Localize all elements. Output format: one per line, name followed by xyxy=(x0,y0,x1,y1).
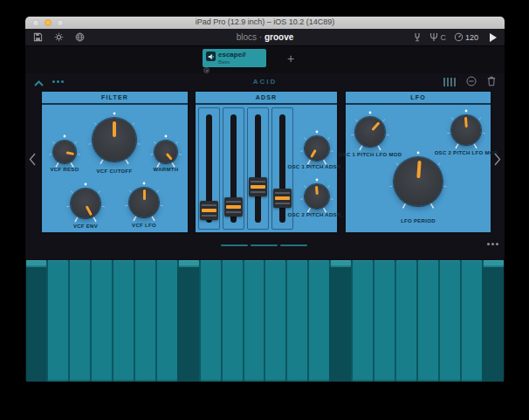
chevron-up-icon[interactable] xyxy=(34,74,44,90)
module-lfo: LFOOSC 1 PITCH LFO MODOSC 2 PITCH LFO MO… xyxy=(344,90,492,234)
knob-rotation xyxy=(450,114,482,146)
knob-osc-2-pitch-lfo-mod[interactable] xyxy=(451,115,481,145)
keyboard-key-3[interactable] xyxy=(68,260,90,382)
knob-pointer xyxy=(166,153,173,161)
knob-osc-1-pitch-lfo-mod[interactable] xyxy=(355,117,385,147)
app-name: blocs xyxy=(237,32,257,42)
app-toolbar: blocs · groove C 120 xyxy=(25,29,505,46)
page-dash-2[interactable] xyxy=(251,244,278,246)
page-dash-1[interactable] xyxy=(221,244,248,246)
module-title-filter: FILTER xyxy=(42,92,188,105)
desktop-background: iPad Pro (12.9 inch) – iOS 10.2 (14C89) … xyxy=(0,0,529,420)
keyboard-key-13[interactable] xyxy=(285,260,307,382)
knob-pointer xyxy=(113,121,116,137)
module-title-adsr: ADSR xyxy=(196,92,337,105)
knob-pointer xyxy=(143,189,146,200)
keyboard-key-7[interactable] xyxy=(155,260,177,382)
keyboard-key-18[interactable] xyxy=(395,260,416,382)
window-titlebar[interactable]: iPad Pro (12.9 inch) – iOS 10.2 (14C89) xyxy=(25,17,505,30)
module-filter: FILTERVCF RESOVCF CUTOFFWARMTHVCF ENVVCF… xyxy=(40,90,189,234)
keyboard-key-9[interactable] xyxy=(199,260,221,382)
globe-icon[interactable] xyxy=(75,32,85,42)
slider-handle[interactable] xyxy=(249,177,267,196)
keyboard-key-8[interactable] xyxy=(177,260,199,267)
track-row: escape// Bass + xyxy=(25,46,505,73)
midi-icon[interactable]: C xyxy=(429,32,446,42)
keyboard-key-5[interactable] xyxy=(112,260,134,382)
ellipsis-icon[interactable] xyxy=(52,80,64,83)
adsr-slider-attack[interactable] xyxy=(198,107,220,230)
keyboard-key-2[interactable] xyxy=(46,260,68,382)
panel-header: ACID xyxy=(25,73,505,90)
knob-pointer xyxy=(311,149,318,158)
clip-escape[interactable]: escape// Bass xyxy=(203,49,266,67)
key-label: C xyxy=(440,33,446,42)
toolbar-right-group: C 120 xyxy=(413,32,497,42)
patch-name: ACID xyxy=(25,78,505,86)
more-options-icon[interactable] xyxy=(487,243,498,245)
slider-handle[interactable] xyxy=(200,201,218,220)
panel-footer xyxy=(25,234,505,260)
knob-osc-2-pitch-adsr[interactable] xyxy=(305,184,329,209)
keyboard-key-12[interactable] xyxy=(264,260,285,382)
minus-circle-icon[interactable] xyxy=(466,74,477,90)
slider-handle[interactable] xyxy=(224,197,243,217)
keyboard-key-4[interactable] xyxy=(90,260,112,382)
keyboard-key-20[interactable] xyxy=(438,260,460,382)
modules-row: FILTERVCF RESOVCF CUTOFFWARMTHVCF ENVVCF… xyxy=(25,90,505,234)
adsr-slider-decay[interactable] xyxy=(223,107,244,230)
tempo-dial-icon[interactable]: 120 xyxy=(454,32,478,42)
knob-pointer xyxy=(371,121,380,131)
settings-icon[interactable] xyxy=(54,32,64,42)
project-name: groove xyxy=(264,32,293,42)
tempo-value: 120 xyxy=(465,33,478,42)
knob-lfo-period[interactable] xyxy=(394,157,443,206)
clip-text: escape// Bass xyxy=(218,52,246,65)
module-title-lfo: LFO xyxy=(346,92,491,105)
play-icon[interactable] xyxy=(490,33,497,42)
module-adsr: ADSROSC 1 PITCH ADSR...OSC 2 PITCH ADSR.… xyxy=(194,90,339,234)
keyboard-key-6[interactable] xyxy=(134,260,155,382)
page-dash-3[interactable] xyxy=(280,244,307,246)
keys-icon[interactable] xyxy=(443,78,456,86)
knob-rotation xyxy=(129,188,159,217)
knob-label-lfo-period: LFO PERIOD xyxy=(366,218,471,224)
knob-vcf-lfo[interactable] xyxy=(129,188,159,217)
tuning-fork-icon[interactable] xyxy=(413,32,422,42)
slider-handle[interactable] xyxy=(273,189,292,208)
knob-pointer xyxy=(416,161,421,178)
speaker-icon xyxy=(206,52,216,61)
knob-pointer xyxy=(314,186,318,195)
knob-warmth[interactable] xyxy=(155,141,177,163)
page-indicator[interactable] xyxy=(221,244,307,246)
knob-vcf-cutoff[interactable] xyxy=(93,118,136,162)
keyboard-key-11[interactable] xyxy=(243,260,264,382)
simulator-window: iPad Pro (12.9 inch) – iOS 10.2 (14C89) … xyxy=(25,17,505,382)
window-title: iPad Pro (12.9 inch) – iOS 10.2 (14C89) xyxy=(25,17,505,26)
panel-header-left xyxy=(34,74,64,90)
scroll-right-chevron[interactable] xyxy=(494,153,501,169)
save-icon[interactable] xyxy=(33,32,43,42)
panel-header-right xyxy=(443,74,496,90)
keyboard-key-14[interactable] xyxy=(307,260,329,382)
trash-icon[interactable] xyxy=(487,74,496,90)
clip-subtitle: Bass xyxy=(218,59,246,65)
clip-title: escape// xyxy=(218,52,246,59)
keyboard-key-22[interactable] xyxy=(482,260,504,267)
slider-track xyxy=(255,114,261,223)
keyboard-key-21[interactable] xyxy=(460,260,482,382)
knob-pointer xyxy=(66,151,74,155)
title-separator: · xyxy=(259,32,262,42)
knob-vcf-env[interactable] xyxy=(71,189,100,218)
keyboard-key-1[interactable] xyxy=(26,260,46,267)
track-record-indicator[interactable] xyxy=(203,67,210,73)
keyboard-key-17[interactable] xyxy=(373,260,395,382)
scroll-left-chevron[interactable] xyxy=(29,153,36,169)
keyboard-key-10[interactable] xyxy=(221,260,243,382)
keyboard-key-16[interactable] xyxy=(351,260,373,382)
keyboard-key-19[interactable] xyxy=(416,260,438,382)
knob-label-vcf-lfo: VCF LFO xyxy=(92,223,196,228)
keyboard-key-15[interactable] xyxy=(329,260,351,267)
knob-vcf-reso[interactable] xyxy=(53,141,76,163)
add-clip-button[interactable]: + xyxy=(287,52,294,65)
